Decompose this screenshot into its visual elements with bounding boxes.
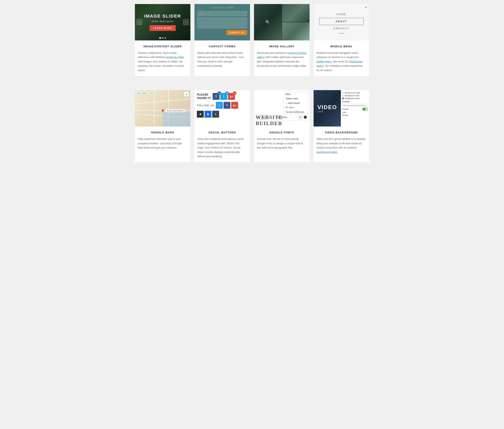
contact-preview: CONTACT FORM CONTACT US — [194, 4, 250, 40]
menu-item-contact[interactable]: CONTACT — [319, 25, 364, 32]
social-share-icons: f 102 t 19 g+ 47 — [213, 93, 235, 100]
slider-dot-1[interactable] — [159, 37, 161, 39]
card-image-slider: IMAGE SLIDER Slider description LEARN MO… — [135, 4, 191, 76]
contact-name-input[interactable] — [197, 11, 247, 16]
card-text-slider: Create a responsive, touch-swipe slidesh… — [138, 51, 188, 72]
card-body-video: VIDEO BACKGROUND Video can be a great ad… — [313, 126, 369, 162]
overlay-row: Overlay — [342, 108, 368, 111]
map-type-label: Map | Satellite — [137, 92, 149, 95]
font-pt-serif[interactable]: PT Serif — [284, 105, 308, 110]
social-follow-text: FOLLOW US — [197, 104, 214, 107]
video-text-1: Video can be a great addition to a websi… — [316, 137, 366, 149]
googleplus-icon: g+ — [230, 95, 233, 98]
map-road-1 — [135, 98, 190, 104]
font-titillium[interactable]: Titillium Web — [284, 96, 308, 101]
card-contact-forms: CONTACT FORM CONTACT US CONTACT FORMS Ea… — [194, 4, 250, 76]
compass-icon: ⊕ — [184, 92, 189, 97]
maps-preview: ⊕ Map | Satellite 📍 Empire State Buildin… — [135, 90, 191, 126]
card-text-video: Video can be a great addition to a websi… — [316, 137, 366, 154]
twitter-follow-icon[interactable]: t — [216, 102, 223, 109]
card-google-fonts: Bitter Titillium Web Indie Flower PT Ser… — [254, 90, 310, 162]
social-follow-row: FOLLOW US t f g+ — [197, 102, 248, 109]
github-icon-glyph: ★ — [199, 113, 202, 116]
tumblr-follow-icon[interactable]: t — [212, 111, 219, 118]
googleplus-follow-icon[interactable]: g+ — [231, 102, 238, 109]
mm-text-1: Mobirise horizontal navigation menu coll… — [316, 51, 359, 59]
map-location-label: Empire State Building × — [165, 109, 185, 112]
card-image-gallery: 🔍 IMAGE GALLERY Showcase your pictures i… — [254, 4, 310, 76]
slider-prev-button[interactable]: ‹ — [137, 19, 142, 25]
close-icon[interactable]: ✕ — [365, 6, 367, 9]
slider-next-button[interactable]: › — [183, 19, 189, 25]
card-text-maps: Help customers find their way to your co… — [138, 137, 188, 150]
gallery-text-1: Showcase your pictures in — [257, 51, 288, 54]
facebook-follow-icon[interactable]: f — [224, 102, 230, 109]
social-share-row: PLEASESHARE IT! f 102 t 19 g+ 47 — [197, 93, 248, 100]
facebook-share-icon[interactable]: f 102 — [213, 93, 219, 100]
bg-video-radio[interactable] — [342, 97, 344, 99]
card-video-background: VIDEO LDER Background Image Background C… — [313, 90, 369, 162]
googleplus-share-icon[interactable]: g+ 47 — [228, 93, 235, 100]
bg-image-radio[interactable] — [342, 92, 344, 94]
card-title-video: VIDEO BACKGROUND — [316, 131, 366, 134]
map-close-icon[interactable]: × — [183, 110, 184, 112]
mobile-menu-link[interactable]: mobile menu — [316, 60, 331, 63]
facebook-follow-icon-glyph: f — [226, 104, 227, 107]
behance-follow-icon[interactable]: B — [205, 111, 211, 118]
bg-image-row: Background Image — [342, 92, 368, 94]
location-pin-icon: 📍 — [160, 109, 165, 114]
bg-color-radio[interactable] — [342, 95, 344, 97]
card-body-contact: CONTACT FORMS Easily add subscribe and c… — [194, 40, 250, 76]
video-big-text: VIDEO — [317, 104, 337, 111]
bg-video-label: Background Video — [345, 97, 360, 99]
search-icon: 🔍 — [265, 20, 270, 25]
card-body-fonts: GOOGLE FONTS Choose from the list of mos… — [254, 126, 310, 162]
map-pin: 📍 — [160, 109, 165, 114]
map-location-text: Empire State Building — [167, 110, 182, 112]
gallery-cell-3 — [282, 22, 310, 40]
card-body-maps: GOOGLE MAPS Help customers find their wa… — [135, 126, 191, 162]
card-text-mobile-menu: Mobirise horizontal navigation menu coll… — [316, 51, 366, 72]
background-video-link[interactable]: background video — [316, 151, 337, 153]
card-body-mobile-menu: MOBILE MENU Mobirise horizontal navigati… — [313, 40, 369, 76]
youtube-section-label: YouTube — [342, 101, 368, 103]
gallery-image-2 — [282, 4, 310, 22]
font-bitter[interactable]: Bitter — [284, 92, 308, 96]
twitter-follow-icon-glyph: t — [219, 104, 220, 107]
github-follow-icon[interactable]: ★ — [197, 111, 204, 118]
card-title-fonts: GOOGLE FONTS — [257, 131, 307, 134]
twitter-share-icon[interactable]: t 19 — [220, 93, 227, 100]
menu-item-home[interactable]: HOME — [319, 11, 364, 18]
slider-description: Slider description — [144, 20, 181, 23]
card-title-slider: IMAGE/CONTENT SLIDER — [138, 45, 188, 48]
overlay-toggle[interactable] — [362, 108, 368, 111]
contact-submit-button[interactable]: CONTACT US — [226, 30, 247, 35]
tumblr-icon-glyph: t — [215, 113, 216, 116]
section-spacer — [135, 84, 369, 90]
row-2: ⊕ Map | Satellite 📍 Empire State Buildin… — [135, 90, 369, 162]
font-yanone[interactable]: Yanone Kaffeesatz — [284, 110, 308, 114]
bootstrap-slider-link[interactable]: bootstrap slider — [166, 55, 184, 59]
font-indie-flower[interactable]: Indie Flower — [284, 101, 308, 105]
twitter-icon: t — [223, 95, 224, 98]
video-preview: VIDEO LDER Background Image Background C… — [313, 90, 369, 126]
card-title-gallery: IMAGE GALLERY — [257, 45, 307, 48]
behance-icon-glyph: B — [207, 113, 209, 116]
slider-dot-2[interactable] — [162, 37, 164, 39]
map-road-4 — [154, 90, 155, 126]
googleplus-follow-icon-glyph: g+ — [233, 104, 236, 107]
map-background: ⊕ Map | Satellite 📍 Empire State Buildin… — [135, 90, 191, 126]
menu-divider — [339, 33, 345, 34]
gallery-preview: 🔍 — [254, 4, 310, 40]
card-body-social: SOCIAL BUTTONS Grow your audience and im… — [194, 126, 250, 162]
slider-dots — [159, 37, 166, 39]
color-row: Color — [342, 111, 368, 113]
slider-dot-3[interactable] — [165, 37, 166, 39]
slider-learn-more-button[interactable]: LEARN MORE — [150, 25, 176, 31]
menu-item-about[interactable]: ABOUT — [319, 18, 364, 25]
video-text-2: . — [337, 151, 338, 153]
social-follow-icons-row1: t f g+ — [216, 102, 238, 109]
youtube-url-input[interactable] — [342, 104, 368, 107]
video-text-block: VIDEO LDER — [315, 102, 339, 115]
contact-message-input[interactable] — [197, 17, 247, 28]
